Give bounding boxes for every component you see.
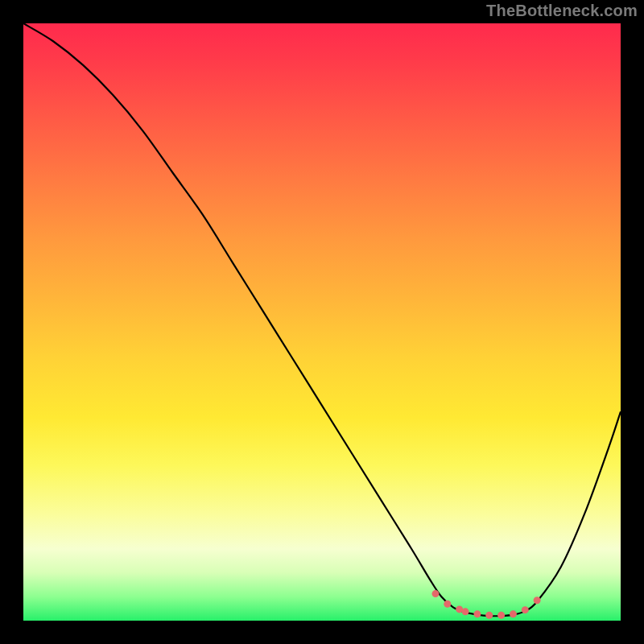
marker-point <box>497 612 505 619</box>
chart-container: TheBottleneck.com <box>0 0 644 644</box>
marker-point <box>444 601 451 608</box>
marker-point <box>462 608 469 615</box>
series-curve <box>23 23 621 616</box>
chart-svg <box>23 23 621 621</box>
marker-point <box>431 590 439 597</box>
series-markers <box>431 590 540 619</box>
marker-point <box>534 597 541 604</box>
marker-point <box>473 610 481 617</box>
marker-point <box>522 606 529 613</box>
marker-point <box>510 610 517 617</box>
marker-point <box>485 612 493 619</box>
watermark-text: TheBottleneck.com <box>486 2 638 20</box>
plot-area <box>23 23 621 621</box>
